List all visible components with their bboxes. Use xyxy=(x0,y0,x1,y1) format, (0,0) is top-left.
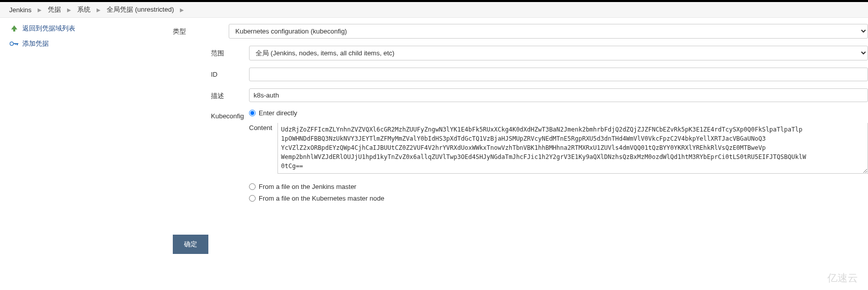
sidebar-add-credentials[interactable]: 添加凭据 xyxy=(8,39,173,48)
kind-label: 类型 xyxy=(173,24,229,36)
breadcrumb-system[interactable]: 系统 xyxy=(74,5,94,14)
breadcrumb: Jenkins ▶ 凭据 ▶ 系统 ▶ 全局凭据 (unrestricted) … xyxy=(0,2,868,18)
id-input[interactable] xyxy=(249,68,868,81)
id-label: ID xyxy=(211,68,249,78)
radio-file-master[interactable] xyxy=(249,183,256,190)
radio-enter-directly[interactable] xyxy=(249,110,256,116)
radio-file-master-label[interactable]: From a file on the Jenkins master xyxy=(259,183,356,190)
scope-label: 范围 xyxy=(211,46,249,58)
description-input[interactable] xyxy=(249,88,868,102)
sidebar-add-label[interactable]: 添加凭据 xyxy=(22,39,49,48)
submit-button[interactable]: 确定 xyxy=(173,235,208,254)
content-area: 类型 Kubernetes configuration (kubeconfig)… xyxy=(173,18,868,264)
breadcrumb-sep: ▶ xyxy=(64,7,74,13)
radio-file-k8s-row[interactable]: From a file on the Kubernetes master nod… xyxy=(249,195,868,202)
description-label: 描述 xyxy=(211,88,249,101)
radio-file-k8s-label[interactable]: From a file on the Kubernetes master nod… xyxy=(259,195,384,202)
svg-rect-2 xyxy=(17,43,18,45)
kind-select[interactable]: Kubernetes configuration (kubeconfig) xyxy=(229,24,868,39)
breadcrumb-global[interactable]: 全局凭据 (unrestricted) xyxy=(104,5,177,14)
content-label: Content xyxy=(249,123,277,132)
breadcrumb-sep: ▶ xyxy=(35,7,45,13)
radio-file-master-row[interactable]: From a file on the Jenkins master xyxy=(249,183,868,190)
content-textarea[interactable] xyxy=(277,123,868,174)
scope-select[interactable]: 全局 (Jenkins, nodes, items, all child ite… xyxy=(249,46,868,60)
sidebar-back[interactable]: 返回到凭据域列表 xyxy=(8,24,173,33)
sidebar-back-label[interactable]: 返回到凭据域列表 xyxy=(22,24,75,33)
breadcrumb-jenkins[interactable]: Jenkins xyxy=(6,6,35,14)
up-arrow-icon xyxy=(8,24,20,33)
breadcrumb-sep: ▶ xyxy=(94,7,104,13)
radio-enter-directly-label[interactable]: Enter directly xyxy=(259,109,297,117)
breadcrumb-sep: ▶ xyxy=(177,7,187,13)
key-icon xyxy=(8,41,20,47)
svg-rect-3 xyxy=(15,43,16,45)
breadcrumb-credentials[interactable]: 凭据 xyxy=(45,5,64,14)
sidebar: 返回到凭据域列表 添加凭据 xyxy=(0,18,173,264)
radio-file-k8s[interactable] xyxy=(249,195,256,202)
svg-point-0 xyxy=(10,42,14,46)
kubeconfig-label: Kubeconfig xyxy=(211,109,249,120)
radio-enter-directly-row[interactable]: Enter directly xyxy=(249,109,868,117)
